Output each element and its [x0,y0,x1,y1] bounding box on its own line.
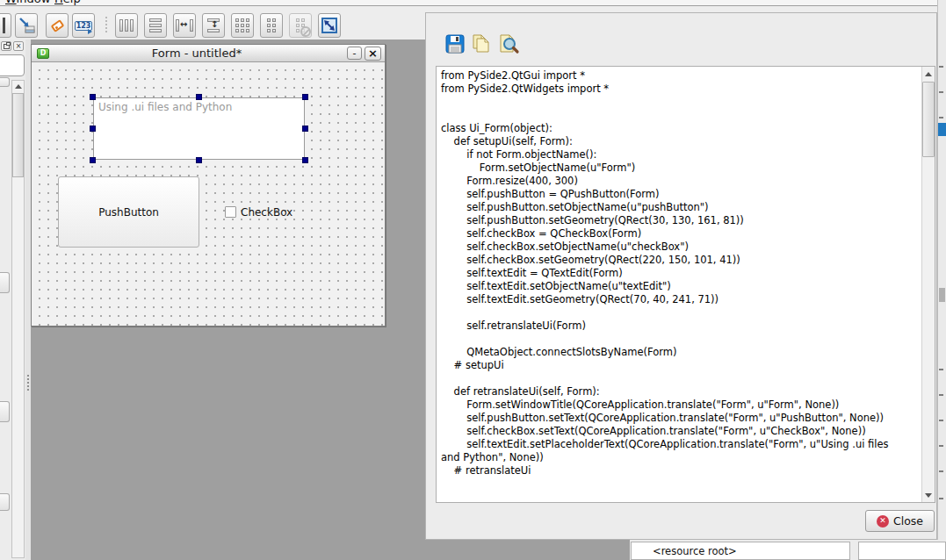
resource-list-pane[interactable] [858,542,946,560]
edit-signals-slots-button[interactable] [15,13,38,38]
splitter-handle-icon [27,375,29,392]
find-icon [497,33,520,54]
copy-icon [469,33,492,54]
text-edit-widget[interactable]: Using .ui files and Python [93,97,305,160]
layout-vertical-button[interactable] [144,13,167,38]
layout-horizontal-splitter-button[interactable]: ↔ [173,13,196,38]
buddy-tag-icon [50,19,64,32]
tree-branch-mark [939,66,943,68]
form-window-titlebar[interactable]: D Form - untitled* - × [32,45,385,62]
break-layout-slash-icon [300,26,311,37]
scroll-up-icon[interactable] [12,81,24,92]
save-icon [445,34,465,54]
qt-designer-window: Window Help 123 [0,0,946,560]
adjust-size-icon [321,18,337,33]
widget-category-header[interactable] [0,401,10,422]
layout-horizontal-icon [119,19,134,32]
menu-window[interactable]: Window [5,0,50,5]
layout-vertical-splitter-button[interactable]: ↕ [202,13,225,38]
tree-branch-mark [939,420,943,421]
widget-category-header[interactable] [0,272,10,293]
selection-handle[interactable] [90,157,96,163]
resource-root-item[interactable]: <resource root> [631,542,850,560]
copy-all-button[interactable] [468,32,492,55]
form-canvas: Using .ui files and Python PushButton Ch… [32,62,385,326]
save-code-button[interactable] [443,32,466,55]
close-circle-icon: ✕ [877,515,889,528]
code-viewer-dialog: from PySide2.QtGui import * from PySide2… [425,12,937,540]
selection-handle[interactable] [90,94,96,100]
selection-handle[interactable] [90,126,96,132]
layout-form-button[interactable] [260,13,283,38]
menu-bar: Window Help [0,0,946,6]
form-editor-window: D Form - untitled* - × Using .ui files a… [31,44,386,327]
toolbar-separator [105,17,108,34]
tree-branch-mark [939,445,943,447]
selection-handle[interactable] [302,94,308,100]
widget-box-panel: × [0,39,25,560]
code-text-area[interactable]: from PySide2.QtGui import * from PySide2… [436,66,935,503]
edit-signals-slots-icon [18,17,35,34]
edit-tab-order-button[interactable]: 123 [72,13,95,38]
layout-grid-button[interactable] [231,13,254,38]
layout-vertical-icon [149,18,162,32]
layout-grid-icon [235,18,249,32]
widget-category-header[interactable] [0,77,10,87]
code-text[interactable]: from PySide2.QtGui import * from PySide2… [437,67,935,480]
property-editor-edge [937,0,946,540]
mdi-area-bottom [425,540,630,560]
layout-horizontal-button[interactable] [115,13,138,38]
tree-branch-mark [939,91,943,93]
scroll-up-icon[interactable] [922,68,935,80]
tree-branch-mark [939,394,943,396]
resource-browser-panel: <resource root> [630,540,946,560]
check-box-widget[interactable]: CheckBox [225,194,314,230]
designer-form-icon: D [37,48,49,59]
form-minimize-button[interactable]: - [347,47,362,60]
code-scrollbar[interactable] [921,67,935,502]
selection-handle[interactable] [196,157,202,163]
float-window-icon [4,44,10,49]
widget-box-scrollbar[interactable] [11,80,25,558]
widget-filter-input[interactable] [0,54,25,76]
scrollbar-thumb[interactable] [12,93,24,177]
edit-buddies-button[interactable] [46,13,69,38]
tree-branch-mark [939,369,943,370]
tab-order-arrow-icon [88,29,92,34]
adjust-size-button[interactable] [318,13,341,38]
tree-branch-mark [939,498,943,499]
check-box-label: CheckBox [241,206,292,219]
menu-help-label: elp [63,0,81,5]
edit-widgets-icon [0,18,6,33]
break-layout-button[interactable] [289,13,312,38]
tree-branch-mark [939,470,943,472]
dialog-close-button[interactable]: ✕ Close [865,510,935,532]
push-button-label: PushButton [98,206,159,219]
widget-box-float-button[interactable] [1,41,11,51]
close-icon: × [16,43,22,50]
edit-widgets-button[interactable] [0,13,11,38]
menu-help[interactable]: Help [54,0,81,5]
form-window-title: Form - untitled* [49,47,344,60]
push-button-widget[interactable]: PushButton [58,176,199,248]
form-close-button[interactable]: × [365,47,381,61]
scrollbar-thumb[interactable] [939,288,945,302]
scroll-down-icon[interactable] [922,489,935,501]
menu-help-mnemonic: H [54,0,63,5]
close-button-label: Close [893,514,923,528]
selection-handle[interactable] [196,94,202,100]
menu-window-label: indow [17,0,51,5]
layout-vertical-splitter-icon: ↕ [205,18,222,32]
layout-horizontal-splitter-icon: ↔ [176,18,193,32]
widget-category-header[interactable] [0,493,10,511]
checkbox-indicator [225,206,236,218]
widget-box-close-button[interactable]: × [13,41,24,51]
selection-handle[interactable] [302,126,308,132]
selection-handle[interactable] [302,157,308,163]
scrollbar-thumb[interactable] [922,82,935,157]
find-in-code-button[interactable] [496,32,520,55]
layout-form-icon [267,18,276,32]
main-toolbar: 123 ↔ ↕ [0,7,425,39]
tree-branch-mark [939,117,943,118]
selected-row-indicator[interactable] [938,123,946,136]
